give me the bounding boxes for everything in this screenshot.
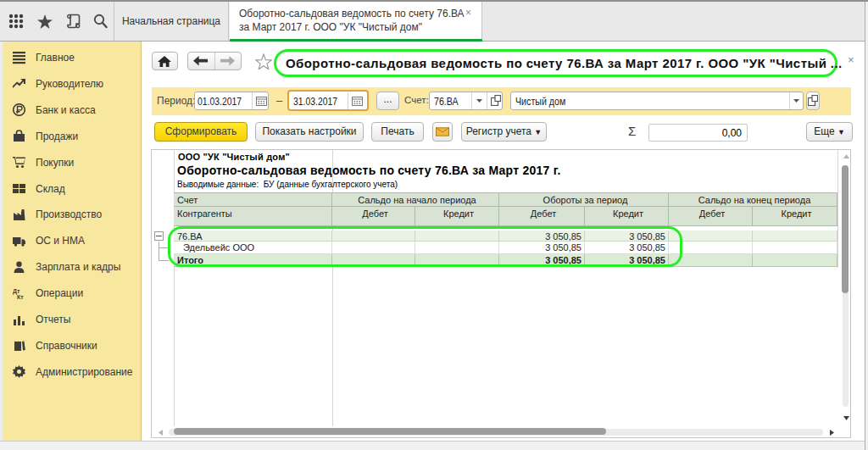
svg-text:Кт: Кт	[17, 294, 24, 300]
